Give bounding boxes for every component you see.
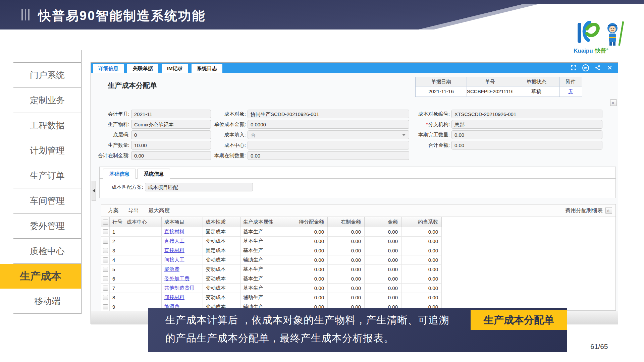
table-row[interactable]: 2 直接人工 变动成本 基本生产 0.00 0.00 0.00 0.00: [101, 237, 442, 246]
column-header-cost-attr[interactable]: 生产成本属性: [240, 217, 279, 227]
field-input[interactable]: Comix齐心笔记本: [131, 120, 211, 129]
cost-item-link[interactable]: 直接材料: [164, 247, 184, 254]
window-tab[interactable]: 关联单据: [127, 64, 158, 73]
collapse-grid-button[interactable]: «: [605, 207, 612, 214]
column-header-equiv-coeff[interactable]: 约当系数: [401, 217, 442, 227]
select-all-checkbox[interactable]: [103, 220, 108, 225]
column-header-amount[interactable]: 金额: [365, 217, 401, 227]
attachment-link[interactable]: 无: [568, 88, 573, 94]
row-checkbox[interactable]: [103, 295, 108, 300]
field-input[interactable]: 0.00: [248, 151, 409, 160]
row-checkbox[interactable]: [103, 267, 108, 272]
window-tab[interactable]: 详细信息: [93, 64, 124, 73]
cell-amount: 0.00: [365, 274, 401, 283]
field-label: 底层码: [91, 132, 131, 138]
field-input[interactable]: [248, 141, 409, 149]
cost-item-link[interactable]: 委外加工费: [164, 276, 190, 282]
sidebar-item-label: 车间管理: [30, 196, 65, 206]
cell-wip-amount: 0.00: [328, 237, 365, 246]
sub-tab[interactable]: 基础信息: [103, 169, 136, 179]
doc-info-header-row: 单据日期 单号 单据状态 附件: [416, 77, 582, 86]
cell-equiv-coeff: 0.00: [401, 255, 442, 264]
sidebar-item[interactable]: 门户系统: [13, 63, 81, 88]
expand-icon[interactable]: [570, 64, 577, 71]
sub-tab[interactable]: 系统信息: [137, 169, 170, 179]
field-input[interactable]: 协同生产SCDD-20210926-001: [248, 110, 409, 118]
cell-cost-nature: 固定成本: [203, 227, 240, 236]
cell-wip-amount: 0.00: [328, 293, 365, 302]
row-checkbox[interactable]: [103, 229, 108, 234]
sidebar-item[interactable]: 委外管理: [13, 214, 81, 239]
window-tab[interactable]: IM记录: [162, 64, 188, 73]
field-input[interactable]: 0.00: [451, 141, 602, 149]
cell-row-no: 3: [110, 246, 124, 255]
column-header-row-no[interactable]: 行号: [110, 217, 124, 227]
row-checkbox[interactable]: [103, 239, 108, 244]
sidebar-item[interactable]: 车间管理: [13, 188, 81, 214]
cost-item-link[interactable]: 直接人工: [164, 238, 184, 244]
cell-row-no: 2: [110, 237, 124, 246]
window-tab[interactable]: 系统日志: [192, 64, 222, 73]
sidebar-item[interactable]: 定制业务: [13, 88, 81, 113]
table-row[interactable]: 6 委外加工费 变动成本 基本生产 0.00 0.00 0.00 0.00: [101, 274, 442, 284]
field-input[interactable]: 否: [248, 130, 409, 139]
column-header-cost-item[interactable]: 成本项目: [162, 217, 203, 227]
row-checkbox[interactable]: [103, 257, 108, 262]
table-row[interactable]: 8 间接材料 变动成本 辅助生产 0.00 0.00 0.00 0.00: [101, 293, 442, 302]
field-input[interactable]: 2021-11: [131, 110, 211, 118]
kuaipu-logo-mark: [572, 21, 627, 47]
field-input[interactable]: 0.00: [131, 151, 211, 160]
row-checkbox[interactable]: [103, 248, 108, 253]
column-header-cost-center[interactable]: 成本中心: [124, 217, 162, 227]
field-label: 成本中心: [205, 142, 248, 148]
share-icon[interactable]: [594, 64, 601, 71]
cell-wip-amount: 0.00: [328, 265, 365, 274]
toolbar-item[interactable]: 方案: [108, 207, 119, 214]
close-icon[interactable]: [606, 64, 613, 71]
cost-item-link[interactable]: 其他制造费用: [164, 285, 195, 291]
panel-collapse-handle[interactable]: [92, 181, 96, 201]
app-window: 详细信息 关联单据 IM记录 系统日志 IM: [91, 62, 618, 324]
chevron-left-icon: [93, 189, 95, 192]
field-label: 合计金额: [404, 142, 451, 148]
field-input[interactable]: 0.0000: [248, 120, 409, 129]
cost-item-link[interactable]: 间接人工: [164, 257, 184, 263]
column-header-pending-amount[interactable]: 待分配金额: [279, 217, 328, 227]
sidebar-item[interactable]: 工程数据: [13, 113, 81, 138]
sidebar-item[interactable]: 计划管理: [13, 138, 81, 163]
sidebar-item[interactable]: 生产订单: [13, 163, 81, 188]
toolbar-item[interactable]: 最大高度: [148, 207, 170, 214]
row-checkbox[interactable]: [103, 286, 108, 291]
doc-status-header: 单据状态: [513, 77, 560, 86]
row-checkbox[interactable]: [103, 304, 108, 309]
sidebar-item[interactable]: 质检中心: [13, 239, 81, 264]
cost-item-link[interactable]: 直接材料: [164, 229, 184, 235]
row-checkbox[interactable]: [103, 276, 108, 281]
field-input[interactable]: 0.00: [451, 130, 602, 139]
collapse-header-button[interactable]: «: [610, 99, 617, 106]
doc-attachment-header: 附件: [560, 77, 582, 86]
field-input[interactable]: XTSCSCDD-20210926-001: [451, 110, 602, 118]
sidebar-item[interactable]: 生产成本: [0, 264, 81, 289]
cell-pending-amount: 0.00: [279, 284, 328, 293]
cost-match-input[interactable]: 成本项目匹配: [145, 183, 253, 191]
form-fields-column-2: 成本对象 协同生产SCDD-20210926-001 单位成本金额 0.0000…: [205, 110, 409, 162]
cost-item-link[interactable]: 间接材料: [164, 294, 184, 301]
mascot-staff: [619, 21, 623, 46]
field-input[interactable]: 10.00: [131, 141, 211, 149]
table-row[interactable]: 4 间接人工 变动成本 辅助生产 0.00 0.00 0.00 0.00: [101, 255, 442, 265]
table-row[interactable]: 7 其他制造费用 变动成本 基本生产 0.00 0.00 0.00 0.00: [101, 284, 442, 293]
sidebar-item[interactable]: 移动端: [13, 289, 81, 314]
table-row[interactable]: 5 能源费 变动成本 基本生产 0.00 0.00 0.00 0.00: [101, 265, 442, 274]
table-row[interactable]: 1 直接材料 固定成本 基本生产 0.00 0.00 0.00 0.00: [101, 227, 442, 237]
table-row[interactable]: 3 直接材料 固定成本 基本生产 0.00 0.00 0.00 0.00: [101, 246, 442, 255]
field-label: 本期完工数量: [404, 132, 451, 138]
field-input[interactable]: 0: [131, 130, 211, 139]
field-input[interactable]: 总部: [451, 120, 602, 129]
column-header-cost-nature[interactable]: 成本性质: [203, 217, 240, 227]
cost-item-link[interactable]: 能源费: [164, 266, 179, 273]
column-header-wip-amount[interactable]: 在制金额: [328, 217, 365, 227]
field-label: 生产物料: [91, 121, 131, 128]
toolbar-item[interactable]: 导出: [128, 207, 139, 214]
im-icon[interactable]: IM: [582, 64, 589, 71]
